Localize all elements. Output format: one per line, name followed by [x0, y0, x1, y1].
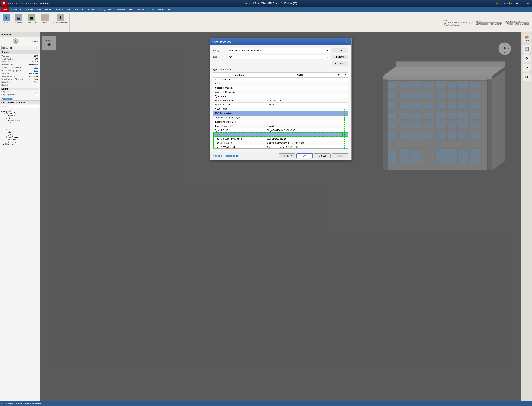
row-export-type-ifc[interactable]: Export Type to IFC Default — [213, 124, 348, 128]
menu-manage[interactable]: Manage — [135, 7, 146, 12]
ribbon-btn-dynamoplayer[interactable]: ▷ Dynamo Player — [504, 23, 519, 25]
menu-precast[interactable]: Precast — [43, 7, 53, 12]
maximize-button[interactable]: □ — [520, 1, 525, 6]
rename-button[interactable]: Rename... — [332, 61, 348, 66]
view-selector[interactable]: 3D View: {3D} — [1, 46, 38, 50]
ribbon-btn-setselection[interactable]: 📋 Set of Selection — [444, 22, 459, 24]
value-type-ifcguid[interactable]: 0lu_W73016mOdAN6h59pv5 — [265, 128, 335, 132]
row-table21[interactable]: Table 21-Element Column Foundations_[21-… — [213, 141, 348, 145]
value-table22[interactable]: Concrete Forming_[22-03 11 00] — [265, 145, 335, 149]
ribbon-btn-macrosecurity[interactable]: Macro Security — [489, 23, 502, 25]
properties-info-link[interactable]: Properties Info — [0, 97, 40, 101]
ribbon-btn-modify[interactable]: ✎ Modify — [2, 14, 11, 24]
value-type-ifc-predefined[interactable] — [265, 116, 335, 120]
tree-item-floor-plans[interactable]: ▶ Floor Plans — [3, 143, 39, 145]
menu-steel[interactable]: Steel — [35, 7, 43, 12]
menu-structure[interactable]: Structure — [23, 7, 35, 12]
value-table13[interactable]: Wall Spaces_[13-15] — [265, 137, 335, 141]
tree-item-rc[interactable]: □ RC — [6, 117, 39, 119]
help-link[interactable]: What do these properties do? — [213, 155, 239, 157]
tree-item-arf-sath[interactable]: □ عرف السطح — [6, 140, 39, 143]
col-sort[interactable]: = — [335, 73, 343, 78]
cancel-button[interactable]: Cancel — [314, 153, 331, 158]
tree-item-saqf-bloom[interactable]: □ سقف بلوم — [6, 138, 39, 140]
tree-item-saqf-ardy[interactable]: □ سقف الأرضي — [6, 136, 39, 138]
menu-modify[interactable]: Modify — [156, 7, 165, 12]
value-type-mark[interactable] — [265, 94, 335, 98]
crop-view-checkbox[interactable] — [36, 91, 38, 93]
section-data[interactable]: Data ⌃⌃ — [213, 132, 348, 137]
ribbon-btn-macromanager[interactable]: Macro Manager — [476, 23, 488, 25]
value-assembly-desc[interactable] — [265, 90, 335, 94]
row-assembly-desc[interactable]: Assembly Description — [213, 90, 348, 94]
ribbon-btn-materials[interactable]: ▦ Materials — [14, 14, 23, 24]
row-assembly-code[interactable]: Assembly Code — [213, 78, 348, 82]
ribbon-btn-warnings[interactable]: ⚠ Warnings — [450, 24, 460, 26]
minimize-button[interactable]: — — [515, 1, 520, 6]
right-btn-5[interactable]: ⊡ — [523, 73, 531, 81]
ribbon-btn-dynamo[interactable]: ◈ Dynamo — [520, 23, 529, 25]
tree-item-thani[interactable]: □ ثاني — [6, 126, 39, 129]
row-code-name[interactable]: Code Name — [213, 107, 348, 111]
tree-item-sadis[interactable]: □ سادس — [6, 133, 39, 136]
window-controls[interactable]: — □ ✕ — [515, 1, 531, 6]
duplicate-button[interactable]: Duplicate... — [332, 55, 348, 59]
right-btn-2[interactable]: 🔄 — [523, 45, 531, 53]
load-button[interactable]: Load... — [332, 48, 348, 53]
row-table13[interactable]: Table 13-Space by function Wall Spaces_[… — [213, 137, 348, 141]
tree-item-basment[interactable]: □ BASMENT — [6, 115, 39, 117]
value-omniclass-number[interactable]: 23.25.30.11.14.11 — [265, 98, 335, 103]
tree-item-rabi[interactable]: □ رابع — [6, 131, 39, 133]
ribbon-btn-projectinfo[interactable]: ℹ Project Information — [53, 14, 68, 24]
search-input[interactable] — [1, 105, 39, 109]
row-omniclass-title[interactable]: OmniClass Title Columns — [213, 103, 348, 107]
menu-view[interactable]: View — [127, 7, 135, 12]
row-section-name-key[interactable]: Section Name Key — [213, 86, 348, 90]
tree-item-structural-plans[interactable]: ▼ Structural Plans — [3, 112, 39, 115]
row-cost[interactable]: Cost — [213, 82, 348, 86]
table-scroll[interactable]: Parameter Value = ^ Assembly Code — [213, 72, 348, 149]
menu-extra[interactable]: ⊕▾ — [166, 7, 172, 12]
value-code-name[interactable] — [265, 107, 335, 111]
ok-button[interactable]: OK — [296, 153, 313, 158]
row-omniclass-number[interactable]: OmniClass Number 23.25.30.11.14.11 — [213, 98, 348, 103]
tree-item-strap[interactable]: □ strap foundation — [6, 119, 39, 122]
menu-systems[interactable]: Systems — [53, 7, 65, 12]
preview-button[interactable]: << Preview — [279, 153, 295, 158]
close-window-button[interactable]: ✕ — [525, 1, 531, 6]
ribbon-btn-snaps[interactable]: ⊹ Snaps — [41, 14, 49, 24]
dialog-close-button[interactable]: ✕ — [345, 39, 349, 44]
value-export-type-ifc-as[interactable] — [265, 120, 335, 124]
ifc-section-collapse[interactable]: ⌃⌃ — [335, 111, 343, 116]
value-cost[interactable] — [265, 82, 335, 86]
crop-region-checkbox[interactable] — [36, 94, 38, 96]
right-btn-1[interactable]: 📦 BACK — [523, 34, 531, 42]
value-table21[interactable]: Column Foundations_[21-01 10 10 30] — [265, 141, 335, 145]
menu-analyze[interactable]: Analyze — [85, 7, 96, 12]
tree-item-views[interactable]: ▼ Views (all) ▼ Structural Plans □ BASME… — [1, 110, 39, 145]
row-type-ifc-predefined[interactable]: Type IFC Predefined Type — [213, 116, 348, 120]
value-assembly-code[interactable] — [265, 78, 335, 82]
table-scrollbar[interactable] — [345, 72, 348, 149]
apply-button[interactable]: Apply — [332, 153, 348, 158]
tree-item-awal[interactable]: □ اول — [6, 124, 39, 126]
ribbon-btn-selectbyid[interactable]: 🔍 Select by ID — [460, 22, 473, 24]
value-omniclass-title[interactable]: Columns — [265, 103, 335, 107]
tree-item-upper[interactable]: □ UPPER — [6, 122, 39, 124]
right-btn-4[interactable]: ⊖ — [523, 64, 531, 72]
menu-massing[interactable]: Massing & Site — [96, 7, 113, 12]
ribbon-btn-edit[interactable]: ✎ Edit — [444, 24, 449, 26]
sun-path-checkbox[interactable] — [36, 84, 38, 86]
menu-addins[interactable]: Add-Ins — [145, 7, 156, 12]
menu-annotate[interactable]: Annotate — [74, 7, 85, 12]
data-section-collapse[interactable]: ⌃⌃ — [335, 132, 343, 137]
family-select[interactable]: M_Concrete-Rectangular-Column ▼ — [228, 48, 330, 53]
value-export-type-ifc[interactable]: Default — [265, 124, 335, 128]
menu-collaborate[interactable]: Collaborate — [113, 7, 127, 12]
file-menu[interactable]: File — [1, 7, 9, 12]
row-table22[interactable]: Table 22-Work results Concrete Forming_[… — [213, 145, 348, 149]
row-type-ifcguid[interactable]: Type IfcGUID 0lu_W73016mOdAN6h59pv5 — [213, 128, 348, 132]
right-btn-3[interactable]: ⊕ — [523, 54, 531, 62]
type-select[interactable]: C4 ▼ — [228, 55, 330, 59]
row-export-type-ifc-as[interactable]: Export Type to IFC As — [213, 120, 348, 124]
